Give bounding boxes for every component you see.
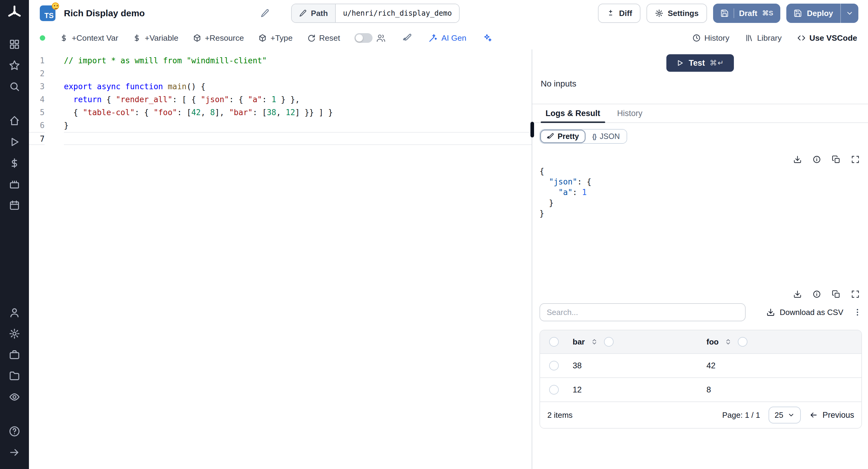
table-row[interactable]: 12 8	[540, 377, 861, 402]
table-cell: 42	[702, 361, 861, 370]
refresh-icon	[307, 34, 315, 42]
edit-summary-button[interactable]	[258, 6, 272, 20]
settings-button[interactable]: Settings	[647, 4, 707, 23]
info-button[interactable]	[812, 155, 821, 164]
column-bar-checkbox[interactable]	[604, 337, 614, 347]
table-row[interactable]: 38 42	[540, 353, 861, 377]
people-icon	[376, 33, 386, 43]
run-row: Test ⌘↵	[532, 50, 868, 72]
apps-grid-icon[interactable]	[0, 34, 29, 55]
settings-gear-icon[interactable]	[0, 323, 29, 344]
arrow-left-icon	[809, 411, 818, 419]
sort-updown-icon	[591, 338, 598, 345]
download-table-button[interactable]	[793, 290, 802, 299]
add-type-button[interactable]: +Type	[258, 33, 292, 43]
add-variable-button[interactable]: +Variable	[133, 33, 178, 43]
ai-gen-button[interactable]: AI Gen	[429, 33, 466, 43]
save-draft-button[interactable]: Draft ⌘S	[713, 4, 780, 23]
diff-button[interactable]: Diff	[598, 4, 641, 23]
info-table-button[interactable]	[812, 290, 821, 299]
download-icon	[767, 308, 775, 316]
line-number: 7	[29, 132, 44, 145]
table-footer: 2 items Page: 1 / 1 25 Previous	[540, 402, 861, 428]
runs-play-icon[interactable]	[0, 131, 29, 153]
variables-dollar-icon[interactable]	[0, 153, 29, 174]
download-icon	[793, 290, 802, 299]
add-context-var-button[interactable]: +Context Var	[60, 33, 118, 43]
library-button[interactable]: Library	[745, 33, 781, 43]
pretty-toggle[interactable]: Pretty	[540, 130, 586, 143]
row-checkbox[interactable]	[549, 361, 559, 370]
code-editor[interactable]: 1234567 // import * as wmill from "windm…	[29, 50, 532, 469]
collab-toggle[interactable]	[354, 33, 373, 43]
expand-result-button[interactable]	[851, 155, 860, 164]
sparkles-button[interactable]	[481, 31, 495, 45]
select-all-checkbox[interactable]	[549, 337, 559, 347]
deploy-more-button[interactable]	[840, 4, 858, 23]
expand-icon	[851, 290, 860, 299]
favorites-star-icon[interactable]	[0, 55, 29, 76]
copy-table-button[interactable]	[832, 290, 840, 299]
column-header-bar[interactable]: bar	[572, 337, 585, 347]
code-line	[64, 132, 532, 145]
json-toggle[interactable]: { } JSON	[586, 130, 627, 143]
test-button[interactable]: Test ⌘↵	[666, 54, 734, 72]
code-lines[interactable]: // import * as wmill from "windmill-clie…	[53, 54, 532, 469]
pretty-label: Pretty	[558, 132, 579, 141]
tab-logs-result[interactable]: Logs & Result	[537, 104, 609, 122]
column-foo-checkbox[interactable]	[738, 337, 747, 347]
sort-foo-button[interactable]	[724, 338, 732, 345]
use-vscode-button[interactable]: Use VSCode	[797, 33, 857, 43]
code-line	[64, 67, 532, 80]
page-indicator: Page: 1 / 1	[722, 410, 760, 420]
edit-path-button[interactable]: Path	[292, 4, 336, 22]
copy-result-button[interactable]	[832, 155, 840, 164]
page-size-value: 25	[775, 410, 783, 420]
deploy-button[interactable]: Deploy	[786, 4, 840, 23]
pencil-icon	[260, 9, 270, 18]
previous-page-button[interactable]: Previous	[809, 410, 854, 420]
info-icon	[812, 155, 821, 164]
draft-shortcut: ⌘S	[762, 9, 773, 17]
expand-sidebar-arrow-icon[interactable]	[0, 442, 29, 463]
download-icon	[793, 155, 802, 164]
download-csv-button[interactable]: Download as CSV	[767, 308, 843, 317]
table-menu-button[interactable]	[853, 308, 862, 317]
workers-briefcase-icon[interactable]	[0, 344, 29, 365]
home-icon[interactable]	[0, 110, 29, 131]
add-resource-button[interactable]: +Resource	[193, 33, 244, 43]
json-label: JSON	[600, 132, 620, 141]
path-value[interactable]: u/henri/rich_display_demo	[336, 4, 459, 22]
pane-resize-handle[interactable]	[530, 122, 534, 137]
format-brush-button[interactable]	[400, 31, 414, 45]
download-result-button[interactable]	[793, 155, 802, 164]
sort-bar-button[interactable]	[591, 338, 598, 345]
search-icon[interactable]	[0, 76, 29, 97]
users-person-icon[interactable]	[0, 302, 29, 323]
page-size-select[interactable]: 25	[769, 407, 801, 424]
library-label: Library	[757, 33, 781, 43]
row-checkbox[interactable]	[549, 385, 559, 395]
expand-table-button[interactable]	[851, 290, 860, 299]
column-header-foo[interactable]: foo	[707, 337, 718, 347]
search-input[interactable]	[539, 303, 746, 321]
result-json[interactable]: { "json": { "a": 1 }}	[539, 166, 863, 219]
brush-icon	[547, 133, 554, 140]
result-json-line: "json": {	[539, 177, 863, 187]
schedules-calendar-icon[interactable]	[0, 195, 29, 216]
preview-panel: Test ⌘↵ No inputs Logs & Result History …	[532, 50, 868, 469]
clock-icon	[692, 34, 701, 42]
windmill-logo-icon[interactable]	[7, 5, 22, 21]
result-json-line: {	[539, 166, 863, 177]
draft-label: Draft	[739, 9, 757, 18]
history-button[interactable]: History	[692, 33, 730, 43]
braces-icon: { }	[592, 133, 596, 140]
use-vscode-label: Use VSCode	[809, 33, 857, 43]
resources-brick-icon[interactable]	[0, 174, 29, 195]
audit-eye-icon[interactable]	[0, 386, 29, 408]
help-icon[interactable]	[0, 421, 29, 442]
package-icon	[258, 34, 267, 42]
folders-icon[interactable]	[0, 365, 29, 386]
reset-button[interactable]: Reset	[307, 33, 340, 43]
tab-history[interactable]: History	[609, 104, 651, 122]
